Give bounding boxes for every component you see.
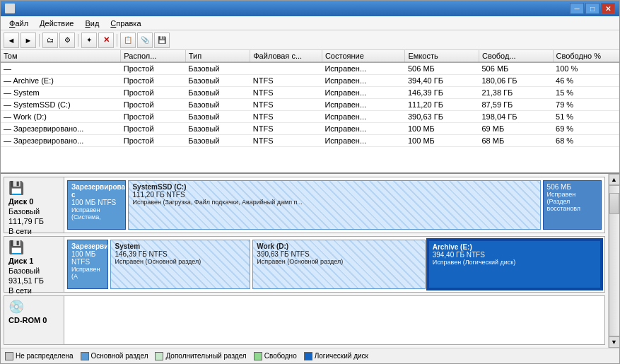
menu-help[interactable]: Справка xyxy=(105,16,146,30)
disk-type: Базовый xyxy=(8,266,59,275)
disk-size: 111,79 ГБ xyxy=(8,217,59,225)
maximize-button[interactable]: □ xyxy=(585,3,599,14)
disk-partitions: Зарезервир100 МБ NTFSИсправен (АSystem14… xyxy=(64,237,604,292)
disk-icon: 💾 xyxy=(8,180,59,196)
toolbar-sep3 xyxy=(117,34,117,47)
partition[interactable]: System146,39 ГБ NTFSИсправен (Основной р… xyxy=(110,240,250,289)
legend-primary: Основной раздел xyxy=(81,352,148,360)
legend-box-logical xyxy=(304,352,312,360)
minimize-button[interactable]: ─ xyxy=(570,3,584,14)
toolbar-btn7[interactable]: 📋 xyxy=(120,33,136,48)
table-cell: 100 МБ xyxy=(405,123,479,135)
table-cell: 87,59 ГБ xyxy=(479,99,554,111)
col-header-vol[interactable]: Емкость xyxy=(405,50,479,62)
legend-label-free: Свободно xyxy=(264,352,297,360)
partition[interactable]: Archive (E:)394,40 ГБ NTFSИсправен (Логи… xyxy=(428,240,602,289)
disk-type: Базовый xyxy=(8,207,59,216)
toolbar-btn3[interactable]: 🗂 xyxy=(42,33,58,48)
disk-name: CD-ROM 0 xyxy=(8,316,59,324)
partition-status: Исправен (Раздел восстановл xyxy=(547,191,597,212)
table-cell: 68 МБ xyxy=(479,135,554,147)
main-window: ─ □ ✕ Файл Действие Вид Справка ◄ ► 🗂 ⚙ … xyxy=(0,0,620,364)
col-header-tip[interactable]: Тип xyxy=(185,50,250,62)
partition[interactable]: Work (D:)390,63 ГБ NTFSИсправен (Основно… xyxy=(252,240,425,289)
main-content: Том Распол... Тип Файловая с... Состояни… xyxy=(1,50,619,363)
col-header-rasp[interactable]: Распол... xyxy=(121,50,185,62)
disk-row: 💾Диск 1Базовый931,51 ГБВ сетиЗарезервир1… xyxy=(4,236,605,293)
disk-row: 💿CD-ROM 0 xyxy=(4,295,605,345)
table-cell: Простой xyxy=(121,111,185,123)
col-header-state[interactable]: Состояние xyxy=(322,50,405,62)
table-cell: 100 % xyxy=(553,62,619,75)
disk-map-content: 💾Диск 0Базовый111,79 ГБВ сетиЗарезервиро… xyxy=(1,174,608,348)
menu-file[interactable]: Файл xyxy=(4,16,34,30)
toolbar-btn8[interactable]: 📎 xyxy=(137,33,153,48)
legend-box-free xyxy=(254,352,262,360)
toolbar-btn5[interactable]: ✦ xyxy=(81,33,97,48)
scrollbar-track[interactable] xyxy=(609,185,620,336)
table-row[interactable]: — Work (D:)ПростойБазовыйNTFSИсправен...… xyxy=(1,111,619,123)
table-cell: 15 % xyxy=(553,87,619,99)
toolbar-back[interactable]: ◄ xyxy=(4,33,19,48)
disk-label: 💾Диск 1Базовый931,51 ГБВ сети xyxy=(4,237,64,292)
table-row[interactable]: —ПростойБазовыйИсправен...506 МБ506 МБ10… xyxy=(1,62,619,75)
table-cell: NTFS xyxy=(250,75,322,87)
toolbar-btn4[interactable]: ⚙ xyxy=(59,33,75,48)
table-cell: Базовый xyxy=(185,87,250,99)
col-header-tom[interactable]: Том xyxy=(1,50,121,62)
table-cell: — SystemSSD (C:) xyxy=(1,99,121,111)
table-cell: Простой xyxy=(121,75,185,87)
table-row[interactable]: — SystemSSD (C:)ПростойБазовыйNTFSИсправ… xyxy=(1,99,619,111)
partition[interactable]: 506 МБИсправен (Раздел восстановл xyxy=(543,180,602,230)
table-cell: 79 % xyxy=(553,99,619,111)
partition[interactable]: Зарезервир100 МБ NTFSИсправен (А xyxy=(67,240,108,289)
partition-table-area: Том Распол... Тип Файловая с... Состояни… xyxy=(1,50,619,174)
table-cell: 180,06 ГБ xyxy=(479,75,554,87)
partition[interactable]: SystemSSD (C:)111,20 ГБ NTFSИсправен (За… xyxy=(128,180,540,230)
col-header-free[interactable]: Свобод... xyxy=(479,50,554,62)
col-header-freep[interactable]: Свободно % xyxy=(553,50,619,62)
partition-status: Исправен (А xyxy=(71,266,104,280)
partition-size: 506 МБ xyxy=(547,183,597,191)
table-cell: 506 МБ xyxy=(405,62,479,75)
scrollbar-thumb[interactable] xyxy=(609,193,619,214)
partition-size: 100 МБ NTFS xyxy=(71,199,122,206)
partition-status: Исправен (Основной раздел) xyxy=(257,258,421,265)
table-cell: Базовый xyxy=(185,99,250,111)
table-cell: Простой xyxy=(121,123,185,135)
partition-name: System xyxy=(115,242,246,250)
toolbar-btn9[interactable]: 💾 xyxy=(154,33,170,48)
close-button[interactable]: ✕ xyxy=(601,3,615,14)
toolbar-delete[interactable]: ✕ xyxy=(98,33,114,48)
disk-icon: 💿 xyxy=(8,299,59,315)
menu-view[interactable]: Вид xyxy=(79,16,105,30)
table-cell: Исправен... xyxy=(322,87,405,99)
toolbar-sep2 xyxy=(78,34,78,47)
disk-icon: 💾 xyxy=(8,240,59,255)
legend-extended: Дополнительный раздел xyxy=(155,352,246,360)
partition-size: 100 МБ NTFS xyxy=(71,250,104,266)
disk-label: 💾Диск 0Базовый111,79 ГБВ сети xyxy=(4,177,64,233)
vertical-scrollbar[interactable]: ▲ ▼ xyxy=(608,174,619,348)
table-row[interactable]: — Зарезервировано...ПростойБазовыйNTFSИс… xyxy=(1,135,619,147)
table-row[interactable]: — SystemПростойБазовыйNTFSИсправен...146… xyxy=(1,87,619,99)
partition-name: Work (D:) xyxy=(257,242,421,250)
toolbar-forward[interactable]: ► xyxy=(21,33,36,48)
col-header-fs[interactable]: Файловая с... xyxy=(250,50,322,62)
legend-box-extended xyxy=(155,352,163,360)
partition[interactable]: Зарезервировано с100 МБ NTFSИсправен (Си… xyxy=(67,180,126,230)
table-cell: Исправен... xyxy=(322,62,405,75)
table-cell: 198,04 ГБ xyxy=(479,111,554,123)
disk-partitions xyxy=(64,296,604,344)
table-cell xyxy=(250,62,322,75)
window-icon xyxy=(5,4,15,13)
table-row[interactable]: — Зарезервировано...ПростойБазовыйNTFSИс… xyxy=(1,123,619,135)
menu-action[interactable]: Действие xyxy=(34,16,79,30)
partition-status: Исправен (Основной раздел) xyxy=(115,258,246,265)
toolbar-sep1 xyxy=(39,34,40,47)
disk-size: 931,51 ГБ xyxy=(8,276,59,285)
table-cell: — xyxy=(1,62,121,75)
table-header-row: Том Распол... Тип Файловая с... Состояни… xyxy=(1,50,619,62)
table-row[interactable]: — Archive (E:)ПростойБазовыйNTFSИсправен… xyxy=(1,75,619,87)
disk-status: В сети xyxy=(8,286,59,295)
